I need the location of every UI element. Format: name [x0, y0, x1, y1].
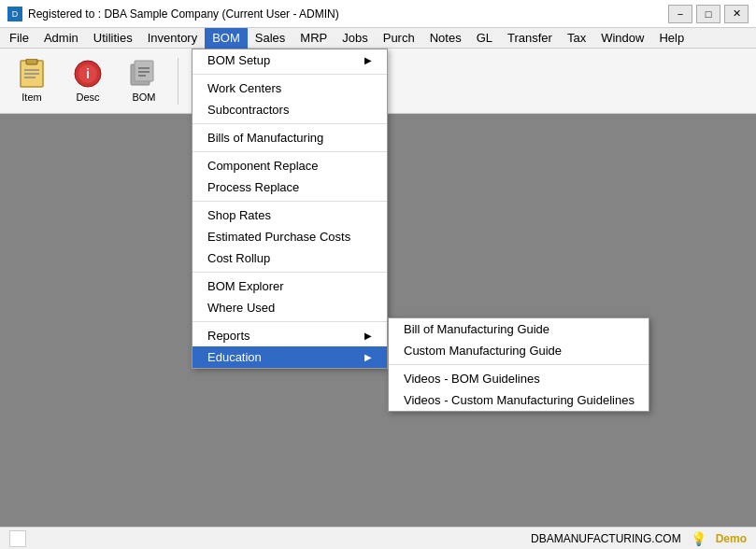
bom-setup-item[interactable]: BOM Setup ▶: [193, 49, 387, 71]
statusbar-website: DBAMANUFACTURING.COM: [531, 532, 681, 545]
item-icon: [17, 59, 47, 89]
minimize-button[interactable]: −: [668, 5, 692, 23]
menu-admin[interactable]: Admin: [36, 28, 86, 49]
toolbar-bom-button[interactable]: BOM: [118, 52, 170, 110]
menu-window[interactable]: Window: [593, 28, 651, 49]
process-replace-item[interactable]: Process Replace: [193, 176, 387, 198]
sep-1: [193, 74, 387, 75]
bom-guide-item[interactable]: Bill of Manufacturing Guide: [389, 318, 649, 340]
menu-purch[interactable]: Purch: [376, 28, 422, 49]
where-used-item[interactable]: Where Used: [193, 297, 387, 318]
subcontractors-item[interactable]: Subcontractors: [193, 99, 387, 120]
svg-rect-1: [26, 59, 37, 64]
work-centers-item[interactable]: Work Centers: [193, 77, 387, 99]
reports-arrow: ▶: [364, 331, 372, 341]
titlebar-controls[interactable]: − □ ✕: [668, 5, 749, 23]
sep-5: [193, 272, 387, 273]
desc-icon: i: [73, 59, 103, 89]
status-left-panel: [9, 530, 26, 547]
bulb-icon: 💡: [691, 531, 706, 546]
toolbar-desc-label: Desc: [76, 92, 99, 103]
toolbar-item-label: Item: [21, 92, 41, 103]
videos-custom-item[interactable]: Videos - Custom Manufacturing Guidelines: [389, 389, 649, 411]
component-replace-item[interactable]: Component Replace: [193, 155, 387, 176]
bills-of-manufacturing-item[interactable]: Bills of Manufacturing: [193, 127, 387, 148]
menu-notes[interactable]: Notes: [422, 28, 469, 49]
sep-3: [193, 151, 387, 152]
svg-rect-9: [135, 61, 153, 81]
toolbar-desc-button[interactable]: i Desc: [62, 52, 114, 110]
menu-sales[interactable]: Sales: [248, 28, 293, 49]
sep-4: [193, 201, 387, 202]
menu-jobs[interactable]: Jobs: [335, 28, 375, 49]
videos-bom-item[interactable]: Videos - BOM Guidelines: [389, 368, 649, 389]
menu-gl[interactable]: GL: [469, 28, 500, 49]
custom-guide-item[interactable]: Custom Manufacturing Guide: [389, 340, 649, 361]
demo-label: Demo: [716, 532, 747, 545]
sep-6: [193, 321, 387, 322]
menu-file[interactable]: File: [2, 28, 36, 49]
statusbar-left: [9, 530, 521, 547]
edu-sep-1: [389, 364, 649, 365]
education-arrow: ▶: [364, 352, 372, 362]
cost-rollup-item[interactable]: Cost Rollup: [193, 247, 387, 269]
education-item[interactable]: Education ▶: [193, 346, 387, 368]
titlebar-left: D Registered to : DBA Sample Company (Cu…: [7, 7, 339, 21]
menubar: File Admin Utilities Inventory BOM Sales…: [0, 28, 756, 49]
bom-icon: [129, 59, 159, 89]
titlebar-title: Registered to : DBA Sample Company (Curr…: [28, 7, 339, 21]
bom-dropdown-menu: BOM Setup ▶ Work Centers Subcontractors …: [192, 49, 388, 369]
menu-mrp[interactable]: MRP: [292, 28, 335, 49]
menu-transfer[interactable]: Transfer: [500, 28, 560, 49]
menu-tax[interactable]: Tax: [560, 28, 593, 49]
bom-explorer-item[interactable]: BOM Explorer: [193, 275, 387, 297]
maximize-button[interactable]: □: [696, 5, 720, 23]
education-submenu: Bill of Manufacturing Guide Custom Manuf…: [388, 317, 649, 412]
toolbar-item-button[interactable]: Item: [6, 52, 58, 110]
menu-bom[interactable]: BOM: [205, 28, 248, 49]
toolbar-bom-label: BOM: [132, 92, 155, 103]
menu-inventory[interactable]: Inventory: [140, 28, 205, 49]
titlebar: D Registered to : DBA Sample Company (Cu…: [0, 0, 756, 28]
estimated-purchase-costs-item[interactable]: Estimated Purchase Costs: [193, 226, 387, 247]
menu-utilities[interactable]: Utilities: [86, 28, 140, 49]
bom-setup-arrow: ▶: [364, 55, 372, 65]
statusbar: DBAMANUFACTURING.COM 💡 Demo: [0, 527, 756, 549]
close-button[interactable]: ✕: [724, 5, 749, 23]
app-icon: D: [7, 7, 22, 21]
svg-text:i: i: [86, 66, 90, 81]
menu-help[interactable]: Help: [651, 28, 692, 49]
sep-2: [193, 123, 387, 124]
reports-item[interactable]: Reports ▶: [193, 325, 387, 346]
shop-rates-item[interactable]: Shop Rates: [193, 204, 387, 226]
toolbar-separator-1: [178, 58, 178, 105]
